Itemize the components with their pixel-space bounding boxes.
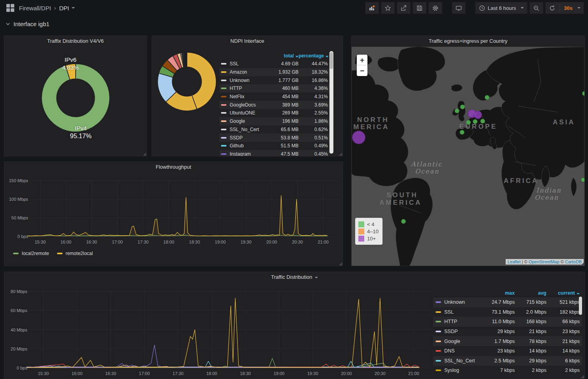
ndpi-legend-row-GoogleDocs[interactable]: GoogleDocs 389 MB 3.69% (219, 101, 329, 109)
traffic-legend-scrollbar[interactable] (579, 297, 582, 315)
share-button[interactable] (397, 2, 411, 14)
map-bubble-green[interactable] (485, 95, 489, 99)
ndpi-legend-row-Github[interactable]: Github 51.5 MB 0.49% (219, 142, 329, 150)
ndpi-legend-row-Unknown[interactable]: Unknown 1.777 GB 16.86% (219, 76, 329, 84)
legend-item-remote2local[interactable]: remote2local (57, 251, 93, 256)
world-map[interactable]: NORTHAMERICAEUROPEASIAAFRICASOUTHAMERICA… (352, 47, 584, 266)
star-button[interactable] (381, 2, 395, 14)
series-label[interactable]: Github (230, 143, 267, 149)
series-Unknown[interactable] (27, 345, 419, 368)
legend-item-local2remote[interactable]: local2remote (13, 251, 49, 256)
grafana-logo-icon[interactable] (6, 4, 14, 12)
map-bubble-green[interactable] (402, 219, 405, 223)
sort-by-percentage[interactable]: percentage (299, 53, 328, 59)
time-range-picker[interactable]: Last 6 hours (475, 2, 528, 14)
ndpi-legend-row-SSL[interactable]: SSL 4.69 GB 44.47% (219, 60, 329, 68)
map-bubble-green[interactable] (473, 120, 477, 124)
sort-by-current[interactable]: current (546, 290, 580, 296)
v4v6-donut-chart[interactable] (4, 36, 147, 156)
series-label[interactable]: HTTP (444, 319, 478, 324)
series-label[interactable]: Google (230, 118, 267, 124)
map-bubble-green[interactable] (461, 105, 464, 109)
save-button[interactable] (413, 2, 426, 14)
series-label[interactable]: NetFlix (230, 94, 267, 99)
row-interface-igb1[interactable]: Interface igb1 (6, 21, 49, 27)
traffic-legend-row-SSL[interactable]: SSL 73.1 Mbps 2.0 Mbps 182 kbps (433, 307, 582, 317)
carto-link[interactable]: CartoDB (565, 259, 582, 264)
series-label[interactable]: Unknown (444, 299, 478, 305)
sort-by-total[interactable]: total (267, 53, 299, 59)
map-bubble-green[interactable] (582, 91, 584, 95)
panel-title[interactable]: Flowthroughput (4, 162, 343, 172)
breadcrumb-folder[interactable]: Firewall/DPI (19, 5, 51, 11)
add-panel-button[interactable] (365, 2, 379, 14)
series-label[interactable]: SSL (230, 61, 267, 67)
series-label[interactable]: SSDP (230, 135, 267, 141)
panel-resize-handle[interactable] (339, 152, 342, 156)
series-label[interactable]: SSL_No_Cert (444, 358, 478, 364)
panel-resize-handle[interactable] (143, 152, 146, 156)
legend-color-swatch (358, 236, 364, 242)
zoom-out-button[interactable] (529, 2, 543, 14)
panel-resize-handle[interactable] (339, 262, 342, 265)
series-label[interactable]: Google (444, 339, 478, 344)
series-label[interactable]: DNS (444, 348, 478, 354)
series-label[interactable]: HTTP (230, 86, 267, 91)
series-label[interactable]: GoogleDocs (230, 102, 267, 108)
sort-by-avg[interactable]: avg (515, 290, 546, 296)
series-label[interactable]: SSL_No_Cert (230, 127, 267, 132)
refresh-interval-caret[interactable] (577, 7, 580, 9)
traffic-legend-row-DNS[interactable]: DNS 23 kbps 14 kbps 14 kbps (433, 346, 582, 356)
osm-link[interactable]: OpenStreetMap (529, 259, 559, 264)
series-label[interactable]: Amazon (230, 69, 267, 75)
series-label[interactable]: UbuntuONE (230, 110, 267, 116)
series-current: 6 kbps (546, 358, 580, 364)
traffic-legend-row-Google[interactable]: Google 1.7 Mbps 78 kbps 21 kbps (433, 336, 582, 346)
map-bubble-purple[interactable] (352, 131, 365, 144)
ndpi-legend-row-Google[interactable]: Google 196 MB 1.86% (219, 117, 329, 126)
settings-button[interactable] (428, 2, 442, 14)
panel-title[interactable]: NDPI Interface (152, 36, 343, 46)
ndpi-legend-row-HTTP[interactable]: HTTP 460 MB 4.36% (219, 84, 329, 93)
series-label[interactable]: SSL (444, 309, 478, 315)
ndpi-legend-row-UbuntuONE[interactable]: UbuntuONE 269 MB 2.55% (219, 109, 329, 117)
dashboard-dropdown-caret[interactable] (72, 7, 75, 9)
tv-mode-button[interactable] (452, 2, 466, 14)
panel-title[interactable]: Traffic Distribution (4, 272, 584, 282)
leaflet-link[interactable]: Leaflet (508, 259, 521, 264)
ndpi-legend-row-NetFlix[interactable]: NetFlix 454 MB 4.31% (219, 93, 329, 101)
panel-resize-handle[interactable] (581, 375, 584, 378)
series-label[interactable]: SSDP (444, 329, 478, 334)
ndpi-legend-row-Instagram[interactable]: Instagram 47.5 MB 0.45% (219, 150, 329, 156)
series-label[interactable]: Syslog (444, 368, 478, 373)
panel-title[interactable]: Traffic egress+ingress per Country (352, 36, 584, 46)
ndpi-legend-row-SSL_No_Cert[interactable]: SSL_No_Cert 65.6 MB 0.62% (219, 126, 329, 134)
series-label[interactable]: Instagram (230, 151, 267, 156)
traffic-legend-row-SSDP[interactable]: SSDP 29 kbps 21 kbps 23 kbps (433, 327, 582, 337)
ndpi-legend-row-SSDP[interactable]: SSDP 53.8 MB 0.51% (219, 133, 329, 142)
traffic-legend-row-Unknown[interactable]: Unknown 24.7 Mbps 715 kbps 521 kbps (433, 297, 582, 307)
traffic-line-chart[interactable]: 0 bps20 Mbps40 Mbps60 Mbps80 Mbps15:3016… (4, 272, 434, 379)
ndpi-legend-row-Amazon[interactable]: Amazon 1.932 GB 18.32% (219, 68, 329, 76)
sort-by-max[interactable]: max (478, 290, 515, 296)
series-SSL[interactable] (27, 298, 419, 368)
series-swatch (221, 137, 226, 139)
map-bubble-green[interactable] (460, 130, 464, 134)
map-zoom-in-button[interactable]: + (357, 55, 367, 65)
map-bubble-purple[interactable] (474, 111, 482, 119)
panel-resize-handle[interactable] (581, 262, 584, 265)
map-bubble-green[interactable] (466, 120, 470, 124)
map-bubble-green[interactable] (582, 178, 585, 182)
map-bubble-green[interactable] (455, 109, 459, 113)
breadcrumb-dashboard[interactable]: DPI (59, 5, 69, 11)
series-label[interactable]: Unknown (230, 78, 267, 83)
traffic-legend-row-SSL_No_Cert[interactable]: SSL_No_Cert 2.5 Mbps 29 kbps 6 kbps (433, 356, 582, 366)
traffic-legend-row-HTTP[interactable]: HTTP 11.0 Mbps 168 kbps 66 kbps (433, 317, 582, 327)
refresh-button-group[interactable]: 30s (545, 2, 584, 14)
ndpi-legend-scrollbar[interactable] (329, 51, 333, 154)
map-zoom-out-button[interactable]: − (357, 65, 367, 76)
map-bubble-green[interactable] (481, 119, 485, 123)
panel-title[interactable]: Traffix Distribution V4/V6 (4, 36, 147, 46)
traffic-legend-row-Syslog[interactable]: Syslog 7 kbps 2 kbps 2 kbps (433, 366, 582, 375)
refresh-interval-label[interactable]: 30s (564, 5, 573, 11)
